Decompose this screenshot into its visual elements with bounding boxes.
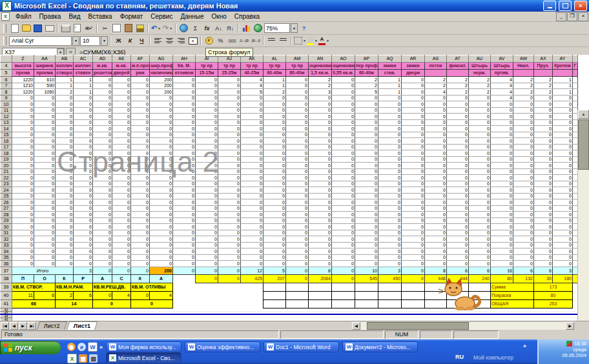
header-cell[interactable]: Штырь: [491, 63, 513, 70]
cell[interactable]: 0: [491, 255, 513, 261]
cell[interactable]: 0: [534, 206, 553, 212]
cell[interactable]: 0: [34, 101, 56, 108]
doc-close-button[interactable]: ×: [578, 12, 588, 21]
cell[interactable]: 0: [534, 261, 553, 267]
header-cell[interactable]: 25-25м: [218, 70, 241, 77]
cell[interactable]: 0: [378, 230, 402, 236]
column-header[interactable]: Z: [12, 56, 34, 63]
cell[interactable]: 0: [56, 126, 74, 132]
cell[interactable]: 0: [309, 187, 332, 194]
paint-letter-cell[interactable]: С: [112, 275, 131, 283]
start-button[interactable]: пуск: [0, 341, 61, 354]
cell[interactable]: 0: [12, 212, 34, 218]
cell[interactable]: 0: [34, 120, 56, 126]
cell[interactable]: 0: [286, 199, 309, 206]
cell[interactable]: 0: [513, 163, 534, 169]
cell[interactable]: 0: [447, 132, 469, 138]
header-cell[interactable]: [553, 70, 573, 77]
cell[interactable]: 200: [150, 83, 173, 89]
cell[interactable]: 0: [332, 175, 355, 181]
cell[interactable]: 0: [425, 132, 447, 138]
cell[interactable]: 0: [12, 194, 34, 199]
cell[interactable]: 0: [447, 138, 469, 145]
doc-restore-button[interactable]: ❒: [567, 12, 577, 21]
cell[interactable]: 0: [402, 89, 425, 96]
cell[interactable]: 0: [173, 101, 196, 108]
word-icon[interactable]: W: [88, 342, 98, 352]
cell[interactable]: 0: [378, 218, 402, 224]
cell[interactable]: 0: [447, 206, 469, 212]
cell[interactable]: 0: [34, 114, 56, 120]
cell[interactable]: 0: [93, 248, 112, 255]
cell[interactable]: 0: [131, 194, 150, 199]
cell[interactable]: 0: [150, 181, 173, 187]
row-header[interactable]: 35: [1, 255, 12, 261]
cell[interactable]: 0: [286, 224, 309, 230]
cell[interactable]: 0: [402, 255, 425, 261]
cell[interactable]: 0: [150, 114, 173, 120]
cell[interactable]: 0: [173, 89, 196, 96]
cell[interactable]: 0: [112, 212, 131, 218]
cell[interactable]: 0: [286, 181, 309, 187]
paint-letter-cell[interactable]: О: [34, 275, 56, 283]
cell[interactable]: 0: [378, 157, 402, 163]
sum-value[interactable]: 173: [534, 283, 573, 292]
cell[interactable]: 0: [378, 224, 402, 230]
cell[interactable]: [378, 292, 402, 300]
cell[interactable]: 0: [491, 206, 513, 212]
cell[interactable]: 2: [355, 83, 378, 89]
cell[interactable]: 0: [332, 230, 355, 236]
toolbar-grip[interactable]: [3, 24, 6, 33]
cell[interactable]: 0: [196, 261, 218, 267]
cell[interactable]: 0: [12, 243, 34, 248]
font-name-select[interactable]: Arial Cyr: [9, 36, 72, 46]
paint-value-cell[interactable]: 0: [286, 275, 309, 283]
menu-data[interactable]: Данные: [176, 13, 207, 20]
cell[interactable]: 0: [286, 243, 309, 248]
header-cell[interactable]: петли: [425, 63, 447, 70]
cell[interactable]: 0: [131, 255, 150, 261]
cell[interactable]: 0: [553, 181, 573, 187]
totals-cell[interactable]: 0: [332, 267, 355, 275]
area-total-cell[interactable]: 0: [131, 300, 173, 308]
cell[interactable]: 0: [218, 108, 241, 114]
cell[interactable]: 0: [173, 224, 196, 230]
cell[interactable]: 0: [150, 248, 173, 255]
cell[interactable]: 0: [218, 96, 241, 101]
cell[interactable]: 0: [332, 181, 355, 187]
cell[interactable]: 0: [491, 175, 513, 181]
cell[interactable]: 0: [378, 261, 402, 267]
header-cell[interactable]: [573, 70, 578, 77]
cell[interactable]: 0: [553, 120, 573, 126]
cell[interactable]: 0: [332, 89, 355, 96]
paint-letter-cell[interactable]: П: [12, 275, 34, 283]
cell[interactable]: 0: [12, 132, 34, 138]
cell[interactable]: 0: [402, 212, 425, 218]
cell[interactable]: 0: [93, 96, 112, 101]
cell[interactable]: 0: [264, 261, 286, 267]
cell[interactable]: 0: [425, 150, 447, 157]
row-header[interactable]: 12: [1, 114, 12, 120]
column-header[interactable]: AN: [309, 56, 332, 63]
cell[interactable]: 0: [131, 248, 150, 255]
cell[interactable]: 0: [491, 261, 513, 267]
header-cell[interactable]: оцинковка: [309, 63, 332, 70]
cell[interactable]: 2: [447, 83, 469, 89]
cell[interactable]: 0: [286, 96, 309, 101]
cell[interactable]: 0: [264, 230, 286, 236]
cell[interactable]: 0: [12, 145, 34, 150]
cell[interactable]: 0: [402, 77, 425, 83]
cell[interactable]: 0: [56, 96, 74, 101]
cell[interactable]: 0: [553, 126, 573, 132]
cell[interactable]: 0: [355, 150, 378, 157]
cell[interactable]: 0: [12, 261, 34, 267]
cell[interactable]: 0: [196, 243, 218, 248]
cell[interactable]: 1: [378, 89, 402, 96]
cell[interactable]: 1: [553, 77, 573, 83]
cell[interactable]: 0: [286, 206, 309, 212]
cell[interactable]: 0: [553, 206, 573, 212]
area-header-cell[interactable]: КВ.М.РЕШ.ДВ.: [93, 283, 131, 292]
cell[interactable]: 0: [218, 175, 241, 181]
cell[interactable]: 0: [196, 255, 218, 261]
paint-value-cell[interactable]: 450: [378, 275, 402, 283]
